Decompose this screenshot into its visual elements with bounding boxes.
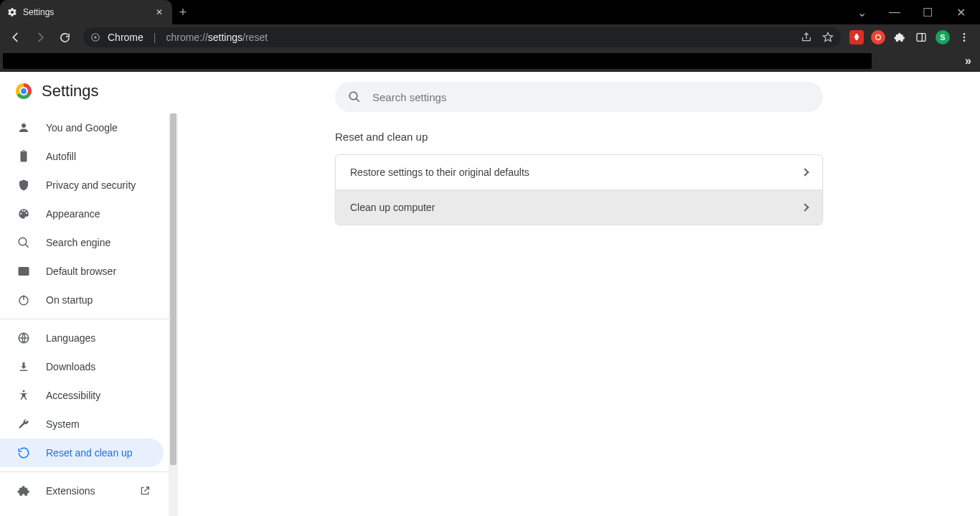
download-icon	[17, 360, 30, 373]
svg-point-1	[94, 36, 97, 39]
sidebar-item-label: Search engine	[46, 237, 110, 248]
accessibility-icon	[17, 389, 30, 402]
back-button[interactable]	[6, 27, 26, 47]
section-title: Reset and clean up	[335, 131, 823, 143]
side-panel-icon[interactable]	[914, 30, 928, 44]
extension-icon-2[interactable]	[871, 30, 885, 44]
settings-main: Reset and clean up Restore settings to t…	[178, 72, 980, 516]
restore-icon	[17, 446, 30, 459]
url-path: /reset	[242, 32, 268, 43]
profile-avatar[interactable]: S	[936, 30, 950, 44]
sidebar-nav: You and Google Autofill Privacy and secu…	[0, 111, 178, 505]
chevron-right-icon	[802, 205, 808, 210]
bookmarks-strip[interactable]	[3, 53, 872, 69]
settings-search[interactable]	[335, 82, 823, 112]
sidebar-item-privacy[interactable]: Privacy and security	[0, 171, 164, 200]
row-label: Clean up computer	[350, 202, 435, 213]
svg-point-5	[963, 33, 966, 35]
url-host: settings	[208, 32, 242, 43]
sidebar-item-label: On startup	[46, 294, 93, 306]
sidebar-item-search-engine[interactable]: Search engine	[0, 228, 164, 257]
extensions-menu-icon[interactable]	[892, 30, 907, 44]
share-icon[interactable]	[801, 32, 812, 43]
sidebar-item-label: Downloads	[46, 361, 95, 372]
browser-tab-settings[interactable]: Settings ✕	[0, 0, 172, 24]
close-window-button[interactable]: ✕	[947, 0, 974, 24]
row-label: Restore settings to their original defau…	[350, 166, 529, 178]
settings-title: Settings	[42, 82, 99, 100]
address-bar[interactable]: Chrome | chrome://settings/reset	[83, 27, 841, 47]
sidebar-item-reset[interactable]: Reset and clean up	[0, 438, 164, 467]
browser-icon	[17, 265, 30, 278]
shield-icon	[17, 179, 30, 192]
tab-close-button[interactable]: ✕	[154, 6, 165, 18]
minimize-button[interactable]: —	[881, 0, 908, 24]
search-icon	[348, 90, 361, 103]
svg-rect-3	[917, 34, 925, 42]
sidebar-item-default-browser[interactable]: Default browser	[0, 257, 164, 286]
sidebar-item-appearance[interactable]: Appearance	[0, 200, 164, 228]
svg-point-7	[963, 39, 966, 42]
url-context: Chrome	[108, 32, 143, 43]
sidebar-item-label: Accessibility	[46, 390, 100, 401]
sidebar-item-you-and-google[interactable]: You and Google	[0, 113, 164, 142]
reload-button[interactable]	[55, 27, 75, 47]
sidebar-item-label: System	[46, 418, 80, 430]
svg-point-13	[23, 390, 25, 393]
window-titlebar: Settings ✕ + ⌄ — ☐ ✕	[0, 0, 980, 24]
row-restore-defaults[interactable]: Restore settings to their original defau…	[336, 155, 822, 189]
person-icon	[17, 121, 30, 134]
extension-icon-1[interactable]	[849, 30, 864, 44]
globe-icon	[17, 332, 30, 344]
url-scheme: chrome://	[166, 32, 207, 43]
sidebar-item-languages[interactable]: Languages	[0, 324, 164, 352]
sidebar-item-autofill[interactable]: Autofill	[0, 142, 164, 171]
row-clean-up-computer[interactable]: Clean up computer	[336, 189, 822, 224]
new-tab-button[interactable]: +	[172, 0, 194, 24]
sidebar-item-label: You and Google	[46, 122, 118, 133]
forward-button[interactable]	[30, 27, 50, 47]
url-separator: |	[151, 32, 159, 43]
bookmarks-overflow-button[interactable]: »	[965, 55, 971, 67]
sidebar-item-accessibility[interactable]: Accessibility	[0, 381, 164, 410]
gear-icon	[7, 7, 17, 17]
settings-page: Settings You and Google Autofill Privacy…	[0, 72, 980, 516]
sidebar-item-label: Languages	[46, 332, 95, 344]
sidebar-item-downloads[interactable]: Downloads	[0, 352, 164, 381]
power-icon	[17, 294, 30, 306]
puzzle-icon	[17, 484, 30, 497]
sidebar-item-label: Autofill	[46, 151, 76, 162]
bookmarks-bar: »	[0, 50, 980, 72]
sidebar-item-label: Reset and clean up	[46, 447, 133, 459]
tab-title: Settings	[23, 7, 54, 17]
window-controls: ⌄ — ☐ ✕	[848, 0, 980, 24]
chrome-logo-icon	[16, 83, 32, 99]
bookmark-star-icon[interactable]	[822, 32, 834, 43]
sidebar-item-label: Privacy and security	[46, 179, 136, 191]
sidebar-item-on-startup[interactable]: On startup	[0, 286, 164, 314]
sidebar-item-label: Extensions	[46, 485, 95, 497]
maximize-button[interactable]: ☐	[914, 0, 941, 24]
sidebar-scrollbar[interactable]	[169, 113, 178, 516]
clipboard-icon	[17, 150, 30, 163]
site-info-icon[interactable]	[90, 32, 100, 42]
settings-sidebar: Settings You and Google Autofill Privacy…	[0, 72, 178, 516]
sidebar-item-system[interactable]: System	[0, 410, 164, 438]
sidebar-item-label: Default browser	[46, 266, 116, 277]
wrench-icon	[17, 418, 30, 431]
reset-card: Restore settings to their original defau…	[335, 154, 823, 225]
chevron-right-icon	[802, 169, 808, 175]
settings-search-input[interactable]	[371, 90, 810, 104]
external-link-icon	[139, 485, 151, 497]
tabs-dropdown-button[interactable]: ⌄	[848, 0, 875, 24]
sidebar-item-label: Appearance	[46, 208, 100, 220]
search-icon	[17, 236, 30, 249]
sidebar-separator	[0, 319, 178, 319]
titlebar-drag-region	[194, 0, 848, 24]
settings-brand: Settings	[0, 72, 178, 111]
extensions-row: S	[849, 30, 974, 44]
sidebar-scrollbar-thumb[interactable]	[170, 113, 176, 465]
browser-menu-button[interactable]	[957, 30, 971, 44]
sidebar-item-extensions[interactable]: Extensions	[0, 477, 164, 505]
browser-toolbar: Chrome | chrome://settings/reset S	[0, 24, 980, 50]
